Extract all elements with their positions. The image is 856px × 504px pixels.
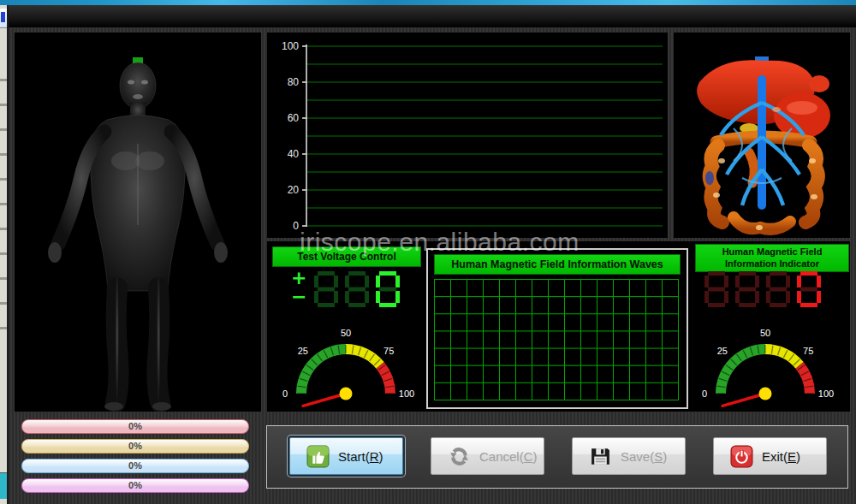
indicator-label-line1: Human Magnetic Field — [696, 246, 848, 258]
background-window-accent — [0, 472, 7, 499]
app-window: 020406080100 — [0, 0, 856, 504]
body-scan-panel — [15, 33, 261, 412]
start-button[interactable]: Start(R) — [289, 437, 403, 475]
exit-button-label: Exit(E) — [762, 449, 800, 464]
save-button-label: Save(S) — [621, 449, 667, 464]
cancel-button[interactable]: Cancel(C) — [431, 437, 544, 475]
power-off-icon — [730, 445, 753, 468]
indicator-label-line2: Information Indicator — [696, 258, 848, 270]
waves-grid — [434, 279, 679, 400]
svg-text:60: 60 — [288, 112, 300, 124]
start-button-label: Start(R) — [338, 449, 383, 464]
svg-text:80: 80 — [288, 76, 300, 88]
svg-text:−: − — [291, 286, 306, 307]
svg-text:50: 50 — [341, 328, 351, 338]
background-window-text — [0, 56, 7, 330]
svg-text:50: 50 — [760, 328, 770, 338]
progress-bar-4: 0% — [21, 478, 249, 493]
trend-chart: 020406080100 — [267, 33, 668, 238]
test-seven-segment-display: +− — [286, 269, 407, 310]
organs-image-panel — [674, 33, 850, 238]
svg-text:25: 25 — [298, 346, 308, 356]
svg-text:0: 0 — [282, 388, 288, 399]
human-body-xray-image — [15, 33, 261, 412]
refresh-arrows-icon — [448, 445, 471, 468]
cancel-button-label: Cancel(C) — [479, 449, 538, 464]
svg-text:100: 100 — [282, 40, 299, 52]
svg-text:25: 25 — [717, 346, 728, 356]
floppy-disk-icon — [589, 445, 612, 468]
background-window-strip — [0, 5, 9, 504]
test-panel-label: Test Voltage Control — [272, 246, 421, 267]
thumbs-up-icon — [306, 445, 330, 468]
svg-text:100: 100 — [399, 388, 414, 399]
indicator-gauge: 0255075100 — [690, 318, 844, 411]
svg-text:100: 100 — [818, 388, 834, 399]
exit-button[interactable]: Exit(E) — [713, 437, 827, 475]
test-gauge: 0255075100 — [270, 318, 425, 411]
indicator-seven-segment-display — [702, 269, 830, 310]
progress-bar-3: 0% — [21, 459, 249, 473]
svg-text:75: 75 — [383, 346, 394, 356]
organs-anatomy-image — [674, 33, 850, 238]
svg-text:0: 0 — [293, 220, 299, 232]
save-button[interactable]: Save(S) — [572, 437, 686, 475]
button-panel: Start(R) Cancel(C) Save(S) — [266, 425, 848, 489]
waves-panel-title: Human Magnetic Field Information Waves — [434, 254, 681, 275]
svg-text:20: 20 — [288, 184, 300, 196]
trend-chart-panel: 020406080100 — [267, 33, 668, 238]
svg-text:0: 0 — [702, 388, 707, 399]
background-window-logo — [0, 9, 7, 28]
svg-text:40: 40 — [288, 148, 300, 160]
title-bar — [0, 5, 856, 27]
progress-bar-1: 0% — [21, 419, 249, 434]
waves-panel: Human Magnetic Field Information Waves — [426, 248, 688, 409]
progress-bar-2: 0% — [21, 439, 249, 454]
svg-text:75: 75 — [803, 346, 813, 356]
